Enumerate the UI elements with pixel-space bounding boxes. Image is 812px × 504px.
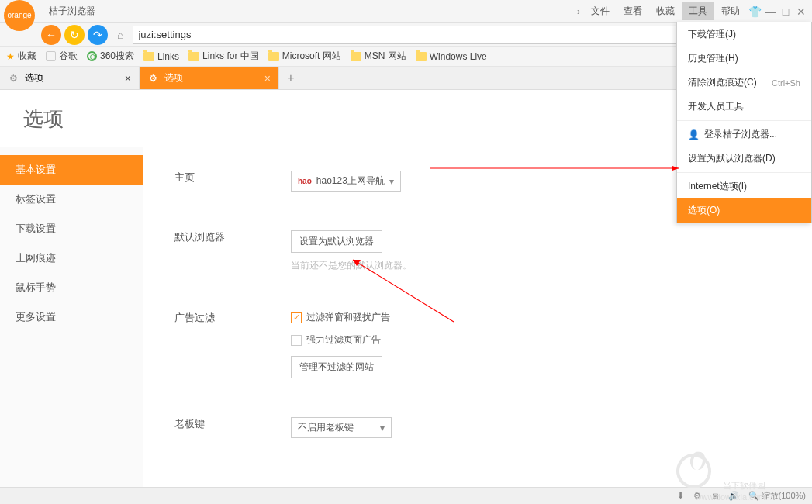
bookmark-label: Links — [157, 51, 179, 62]
bookmark-label: 360搜索 — [100, 50, 134, 63]
gear-icon: ⚙ — [147, 73, 158, 84]
new-tab-button[interactable]: + — [279, 67, 302, 89]
chevron-right-icon: › — [577, 6, 580, 17]
bookmark-label: 谷歌 — [59, 50, 78, 63]
watermark-text: 当下软件园 www.downxia.com — [696, 480, 765, 502]
sidebar-item-basic[interactable]: 基本设置 — [0, 155, 143, 185]
tab-close-icon[interactable]: × — [264, 72, 271, 85]
folder-icon — [143, 52, 154, 61]
bookmark-msn[interactable]: MSN 网站 — [351, 50, 406, 63]
refresh-button[interactable]: ↻ — [64, 25, 85, 45]
sidebar-item-tabs[interactable]: 标签设置 — [0, 185, 143, 214]
manage-whitelist-button[interactable]: 管理不过滤的网站 — [291, 356, 382, 378]
menu-separator — [677, 172, 811, 173]
window-title: 桔子浏览器 — [49, 5, 95, 18]
bookmark-microsoft[interactable]: Microsoft 网站 — [268, 50, 341, 63]
folder-icon — [416, 52, 427, 61]
google-icon — [46, 51, 56, 61]
maximize-button[interactable]: □ — [779, 5, 793, 19]
tab-options-2[interactable]: ⚙ 选项 × — [140, 67, 279, 89]
menu-label: 登录桔子浏览器... — [704, 128, 777, 141]
homepage-label: 主页 — [174, 171, 291, 192]
folder-icon — [268, 52, 279, 61]
menu-file[interactable]: 文件 — [585, 2, 616, 20]
menu-options[interactable]: 选项(O) — [677, 198, 811, 223]
bookmark-links-cn[interactable]: Links for 中国 — [188, 50, 259, 63]
menu-favorites[interactable]: 收藏 — [650, 2, 681, 20]
titlebar: orange 桔子浏览器 › 文件 查看 收藏 工具 帮助 👕 — □ ✕ — [0, 0, 812, 23]
tab-label: 选项 — [164, 71, 183, 85]
menu-label: 清除浏览痕迹(C) — [688, 76, 757, 89]
ad-strong-checkbox[interactable] — [291, 335, 302, 346]
bookmark-label: MSN 网站 — [365, 50, 406, 63]
checkbox-label: 过滤弹窗和骚扰广告 — [306, 311, 390, 324]
menu-tools[interactable]: 工具 — [682, 2, 714, 20]
tab-options-1[interactable]: ⚙ 选项 × — [0, 67, 140, 89]
shortcut-label: Ctrl+Sh — [772, 78, 800, 88]
url-bar[interactable]: ☆ — [133, 26, 743, 44]
back-button[interactable]: ← — [41, 25, 61, 45]
boss-key-dropdown[interactable]: 不启用老板键 ▾ — [291, 417, 392, 438]
menu-view[interactable]: 查看 — [617, 2, 648, 20]
menu-clear-browsing[interactable]: 清除浏览痕迹(C) Ctrl+Sh — [677, 71, 811, 95]
menu-help[interactable]: 帮助 — [715, 2, 746, 20]
menu-set-default[interactable]: 设置为默认浏览器(D) — [677, 147, 811, 171]
hao123-icon: hao — [298, 177, 312, 185]
folder-icon — [351, 52, 361, 61]
tab-close-icon[interactable]: × — [125, 72, 131, 85]
favorites-label: 收藏 — [18, 50, 36, 63]
settings-sidebar: 基本设置 标签设置 下载设置 上网痕迹 鼠标手势 更多设置 — [0, 147, 143, 504]
sidebar-item-history[interactable]: 上网痕迹 — [0, 243, 143, 273]
menu-dev-tools[interactable]: 开发人员工具 — [677, 95, 811, 119]
bookmark-windowslive[interactable]: Windows Live — [416, 51, 487, 62]
home-icon[interactable]: ⌂ — [117, 29, 123, 41]
star-icon: ★ — [6, 51, 15, 62]
menu-download-manager[interactable]: 下载管理(J) — [677, 22, 811, 47]
app-logo: orange — [4, 0, 35, 31]
zoom-label: 缩放(100%) — [762, 490, 806, 502]
boss-key-label: 老板键 — [174, 417, 291, 438]
favorites-button[interactable]: ★ 收藏 — [6, 50, 36, 63]
dropdown-arrow-icon: ▾ — [389, 176, 394, 187]
set-default-browser-button[interactable]: 设置为默认浏览器 — [291, 230, 382, 253]
minimize-button[interactable]: — — [763, 5, 777, 19]
bookmark-360[interactable]: 360搜索 — [87, 50, 134, 63]
tools-menu: 下载管理(J) 历史管理(H) 清除浏览痕迹(C) Ctrl+Sh 开发人员工具… — [676, 22, 812, 223]
checkbox-label: 强力过滤页面广告 — [306, 333, 381, 347]
folder-icon — [188, 52, 199, 61]
close-button[interactable]: ✕ — [794, 5, 808, 19]
gear-icon: ⚙ — [8, 73, 19, 84]
sidebar-item-more[interactable]: 更多设置 — [0, 302, 143, 332]
bookmark-google[interactable]: 谷歌 — [46, 50, 78, 63]
menu-internet-options[interactable]: Internet选项(I) — [677, 174, 811, 198]
sidebar-item-gestures[interactable]: 鼠标手势 — [0, 273, 143, 302]
bookmark-label: Links for 中国 — [202, 50, 259, 63]
default-browser-label: 默认浏览器 — [174, 230, 291, 272]
sidebar-item-download[interactable]: 下载设置 — [0, 214, 143, 243]
homepage-dropdown[interactable]: hao hao123上网导航 ▾ — [291, 171, 401, 192]
menu-history-manager[interactable]: 历史管理(H) — [677, 47, 811, 71]
menu-login[interactable]: 👤 登录桔子浏览器... — [677, 123, 811, 147]
menu-separator — [677, 120, 811, 121]
ad-filter-label: 广告过滤 — [174, 311, 291, 378]
dropdown-arrow-icon: ▾ — [380, 423, 385, 433]
url-input[interactable] — [138, 29, 724, 40]
person-icon: 👤 — [688, 129, 700, 140]
ad-popup-checkbox[interactable]: ✓ — [291, 312, 302, 323]
tab-label: 选项 — [25, 71, 43, 85]
skin-icon[interactable]: 👕 — [748, 5, 762, 19]
bookmark-label: Windows Live — [430, 51, 487, 62]
download-icon[interactable]: ⬇ — [677, 491, 684, 501]
status-bar: ⬇ ⚙ 🖥 🔊 🔍 缩放(100%) — [0, 487, 812, 504]
bookmark-links[interactable]: Links — [143, 51, 179, 62]
default-browser-hint: 当前还不是您的默认浏览器。 — [291, 259, 781, 272]
forward-button[interactable]: ↷ — [88, 25, 108, 45]
dropdown-value: hao123上网导航 — [316, 174, 385, 188]
bookmark-label: Microsoft 网站 — [282, 50, 341, 63]
dropdown-value: 不启用老板键 — [298, 421, 354, 434]
qihoo-icon — [87, 51, 97, 61]
